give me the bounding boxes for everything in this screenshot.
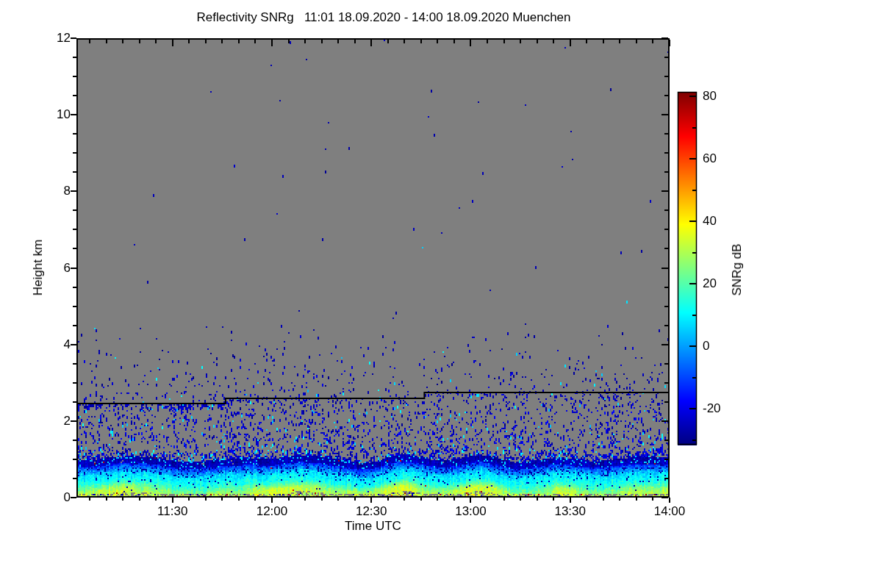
x-tick-label: 12:30 [345,504,397,519]
colorbar-tick-label: 80 [703,89,739,104]
x-tick-label: 13:00 [445,504,496,519]
x-tick-label: 12:00 [246,504,298,519]
heatmap-plot-canvas [0,0,882,588]
y-tick-label: 8 [40,184,71,198]
colorbar-tick-label: 20 [703,276,739,291]
y-tick-label: 12 [40,31,71,46]
colorbar-tick-label: 40 [703,214,739,229]
snr-heatmap-figure: Reflectivity SNRg 11:01 18.09.2020 - 14:… [0,0,882,588]
colorbar-tick-label: -20 [703,401,739,416]
y-tick-label: 0 [40,490,71,505]
y-tick-label: 4 [40,337,71,352]
x-tick-label: 11:30 [147,504,198,519]
y-tick-label: 10 [40,107,71,122]
colorbar-tick-label: 60 [703,151,739,166]
x-axis-label: Time UTC [76,519,670,534]
y-tick-label: 2 [40,414,71,429]
x-tick-label: 14:00 [644,504,695,519]
plot-title: Reflectivity SNRg 11:01 18.09.2020 - 14:… [76,10,691,25]
x-tick-label: 13:30 [545,504,596,519]
colorbar-tick-label: 0 [703,339,739,354]
y-tick-label: 6 [40,261,71,276]
